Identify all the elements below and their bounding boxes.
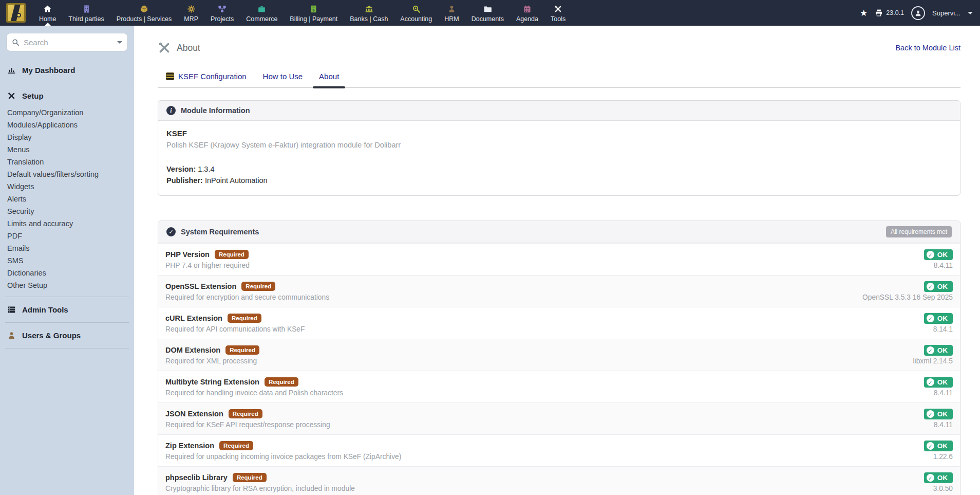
- system-requirements-card: System Requirements All requirements met…: [158, 221, 960, 495]
- sidebar-item-alerts[interactable]: Alerts: [0, 193, 134, 205]
- check-icon: [927, 474, 934, 482]
- menu-item-tools[interactable]: Tools: [544, 0, 572, 26]
- requirement-detail: 8.4.11: [934, 421, 953, 429]
- sidebar-item-setup[interactable]: Setup: [0, 86, 134, 105]
- projects-icon: [218, 3, 227, 14]
- active-menu-caret: [45, 23, 51, 26]
- search-input[interactable]: [24, 38, 113, 47]
- chevron-down-icon[interactable]: [968, 12, 973, 14]
- requirement-name: OpenSSL Extension: [165, 282, 236, 290]
- sidebar-item-sms[interactable]: SMS: [0, 254, 134, 267]
- divider: [5, 297, 129, 297]
- commerce-icon: [257, 3, 266, 14]
- sidebar-item-other-setup[interactable]: Other Setup: [0, 279, 134, 291]
- back-to-module-list-link[interactable]: Back to Module List: [895, 44, 960, 52]
- requirement-name: DOM Extension: [165, 346, 220, 354]
- sidebar-item-my-dashboard[interactable]: My Dashboard: [0, 61, 134, 80]
- version-label: 23.0.1: [886, 9, 904, 16]
- page-title: About: [177, 43, 200, 53]
- menu-item-label: MRP: [184, 15, 198, 23]
- menu-item-mrp[interactable]: MRP: [178, 0, 204, 26]
- sidebar-item-security[interactable]: Security: [0, 205, 134, 217]
- module-description: Polish KSEF (Krajowy System e-Faktur) in…: [166, 141, 952, 149]
- tab-about[interactable]: About: [311, 69, 347, 87]
- sidebar-search[interactable]: [6, 33, 128, 51]
- module-name: KSEF: [166, 129, 952, 138]
- tabs: KSEF Configuration How to Use About: [158, 69, 960, 88]
- favorites-star-icon[interactable]: [860, 8, 868, 19]
- module-publisher-line: Publisher: InPoint Automation: [166, 175, 952, 186]
- menu-item-label: Projects: [211, 15, 234, 23]
- divider: [5, 322, 129, 323]
- menu-item-projects[interactable]: Projects: [204, 0, 240, 26]
- menu-item-hrm[interactable]: HRM: [438, 0, 465, 26]
- status-badge-ok: OK: [924, 281, 953, 292]
- status-badge-ok: OK: [924, 377, 953, 388]
- sidebar-item-limits-accuracy[interactable]: Limits and accuracy: [0, 217, 134, 230]
- module-version-line: Version: 1.3.4: [166, 163, 952, 175]
- accounting-icon: [412, 3, 421, 14]
- required-badge: Required: [225, 345, 259, 355]
- print-button[interactable]: 23.0.1: [875, 9, 904, 17]
- requirement-name: cURL Extension: [165, 314, 222, 322]
- divider: [5, 348, 129, 349]
- sidebar-item-display[interactable]: Display: [0, 131, 134, 143]
- menu-item-banks-cash[interactable]: Banks | Cash: [344, 0, 394, 26]
- sidebar-item-menus[interactable]: Menus: [0, 143, 134, 156]
- sidebar-item-translation[interactable]: Translation: [0, 156, 134, 168]
- sidebar-item-emails[interactable]: Emails: [0, 242, 134, 254]
- user-avatar[interactable]: [911, 6, 925, 20]
- menu-item-label: Commerce: [246, 15, 277, 23]
- server-icon: [7, 305, 16, 314]
- sidebar-item-company-organization[interactable]: Company/Organization: [0, 106, 134, 119]
- sidebar-item-pdf[interactable]: PDF: [0, 230, 134, 242]
- required-badge: Required: [228, 314, 261, 323]
- module-meta: Version: 1.3.4 Publisher: InPoint Automa…: [166, 163, 952, 186]
- check-icon: [927, 378, 934, 386]
- required-badge: Required: [241, 282, 275, 291]
- requirement-description: Required for XML processing: [165, 357, 913, 365]
- menu-item-label: HRM: [444, 15, 459, 23]
- menu-item-home[interactable]: Home: [33, 0, 62, 26]
- sidebar-item-admin-tools[interactable]: Admin Tools: [0, 300, 134, 319]
- version-value: 1.3.4: [198, 165, 214, 173]
- menu-item-products-services[interactable]: Products | Services: [110, 0, 178, 26]
- menu-item-documents[interactable]: Documents: [465, 0, 510, 26]
- info-icon: [166, 106, 176, 115]
- publisher-value: InPoint Automation: [205, 176, 268, 185]
- tab-ksef-configuration[interactable]: KSEF Configuration: [158, 69, 255, 87]
- sidebar-item-users-groups[interactable]: Users & Groups: [0, 326, 134, 345]
- ksef-module-icon: [166, 72, 174, 80]
- required-badge: Required: [229, 409, 262, 418]
- third-parties-icon: [82, 3, 91, 14]
- app-logo[interactable]: [6, 3, 26, 23]
- svg-text:$: $: [313, 8, 315, 12]
- search-dropdown-caret[interactable]: [117, 41, 122, 44]
- billing-icon: $: [309, 3, 318, 14]
- divider: [5, 83, 129, 83]
- required-badge: Required: [265, 377, 298, 387]
- setup-tools-icon: [7, 91, 16, 100]
- sidebar-item-dictionaries[interactable]: Dictionaries: [0, 267, 134, 279]
- menu-item-agenda[interactable]: Agenda: [510, 0, 544, 26]
- sidebar-item-widgets[interactable]: Widgets: [0, 180, 134, 193]
- setup-items: Company/Organization Modules/Application…: [0, 105, 134, 294]
- requirement-detail: 8.4.11: [934, 389, 953, 397]
- status-badge-ok: OK: [924, 409, 953, 419]
- menu-item-commerce[interactable]: Commerce: [240, 0, 284, 26]
- user-name[interactable]: Supervi...: [932, 9, 960, 17]
- sidebar-item-modules-applications[interactable]: Modules/Applications: [0, 119, 134, 131]
- search-icon: [12, 39, 20, 46]
- menu-item-label: Third parties: [68, 15, 104, 23]
- menu-item-third-parties[interactable]: Third parties: [62, 0, 110, 26]
- requirement-row-phpseclib: phpseclib Library Required Cryptographic…: [158, 466, 960, 495]
- sidebar-item-label: Users & Groups: [22, 331, 81, 340]
- logo-gear: [16, 13, 21, 17]
- menu-item-accounting[interactable]: Accounting: [394, 0, 438, 26]
- topbar: Home Third parties Products | Services: [0, 0, 980, 26]
- tab-how-to-use[interactable]: How to Use: [255, 69, 311, 87]
- requirement-name: JSON Extension: [165, 410, 223, 418]
- module-information-header: Module Information: [158, 101, 960, 121]
- sidebar-item-default-values[interactable]: Default values/filters/sorting: [0, 168, 134, 180]
- menu-item-billing-payment[interactable]: $ Billing | Payment: [284, 0, 344, 26]
